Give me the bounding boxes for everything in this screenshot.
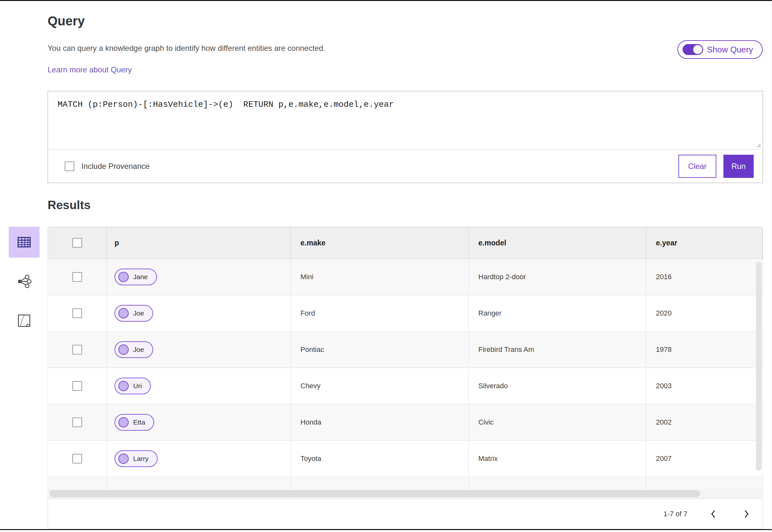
link-chart-view-button[interactable] [9,266,40,297]
table-footer: 1-7 of 7 [48,499,763,529]
cell-year: 2002 [646,404,763,440]
include-provenance-checkbox[interactable] [65,161,74,171]
entity-pill[interactable]: Etta [115,414,154,431]
entity-name: Joe [133,309,144,317]
horizontal-scrollbar-thumb[interactable] [50,490,700,497]
row-checkbox[interactable] [72,454,82,463]
show-query-label: Show Query [707,45,753,55]
cell-year: 1978 [646,332,763,368]
map-view-button[interactable] [9,305,40,336]
row-checkbox[interactable] [72,345,82,354]
chevron-right-icon [744,510,749,518]
results-section: p e.make e.model e.year Jane [48,227,763,529]
cell-make: Mini [291,259,469,295]
cell-model: Civic [469,404,646,440]
page-bottom-border [0,529,772,530]
cell-make: Pontiac [291,332,469,368]
column-header-e-year[interactable]: e.year [646,227,763,259]
cell-year: 2003 [646,368,763,404]
entity-pill[interactable]: Larry [115,450,158,467]
query-text[interactable]: MATCH (p:Person)-[:HasVehicle]->(e) RETU… [48,91,763,118]
entity-pill[interactable]: Joe [115,305,153,322]
clear-button[interactable]: Clear [678,155,716,178]
query-actions: Clear Run [678,155,754,178]
link-chart-icon [17,274,32,289]
entity-node-icon [118,417,129,427]
cell-make: Chevy [291,368,469,404]
pagination-range-label: 1-7 of 7 [663,510,687,518]
include-provenance-label: Include Provenance [81,162,150,171]
include-provenance-option[interactable]: Include Provenance [65,161,150,171]
resize-grip-icon[interactable] [756,142,761,148]
query-editor[interactable]: MATCH (p:Person)-[:HasVehicle]->(e) RETU… [48,91,763,149]
cell-make: Honda [291,404,469,440]
entity-pill[interactable]: Joe [115,341,153,358]
page-description: You can query a knowledge graph to ident… [48,44,763,52]
column-header-p[interactable]: p [107,227,291,259]
row-checkbox[interactable] [72,381,82,391]
horizontal-scrollbar[interactable] [48,489,763,499]
entity-pill[interactable]: Uri [115,378,151,394]
query-footer: Include Provenance Clear Run [48,149,763,183]
vertical-scrollbar[interactable] [756,261,762,471]
results-view-rail [9,227,40,336]
cell-model: Matrix [469,441,646,477]
row-checkbox[interactable] [72,308,82,318]
entity-name: Etta [133,418,145,426]
map-icon [17,313,32,328]
cell-make: Ford [291,295,469,331]
entity-name: Joe [133,346,144,353]
page-content: Query You can query a knowledge graph to… [0,14,772,529]
table-row[interactable]: Jane Mini Hardtop 2-door 2016 [48,259,763,295]
cell-model: Hardtop 2-door [469,259,646,295]
entity-node-icon [118,308,129,318]
row-checkbox[interactable] [72,272,82,282]
cell-model: Silverado [469,368,646,404]
column-header-e-make[interactable]: e.make [291,227,469,259]
cell-year: 2016 [646,259,763,295]
results-title: Results [48,199,763,211]
column-header-e-model[interactable]: e.model [469,227,646,259]
table-row[interactable]: Joe Ford Ranger 2020 [48,295,763,332]
entity-name: Uri [133,382,142,390]
table-icon [17,235,32,250]
toggle-switch-icon[interactable] [683,44,703,55]
next-page-button[interactable] [744,510,749,518]
results-table: p e.make e.model e.year Jane [48,227,763,529]
entity-node-icon [118,381,129,391]
chevron-left-icon [711,510,716,518]
entity-node-icon [118,344,129,355]
header-checkbox-cell [48,227,107,259]
run-button[interactable]: Run [723,155,754,178]
entity-name: Jane [133,273,148,281]
table-view-button[interactable] [9,227,40,258]
table-row[interactable]: Joe Pontiac Firebird Trans Am 1978 [48,332,763,368]
intro-row: You can query a knowledge graph to ident… [48,44,763,74]
previous-page-button[interactable] [711,510,716,518]
show-query-toggle[interactable]: Show Query [677,40,763,59]
table-row[interactable]: Uri Chevy Silverado 2003 [48,368,763,404]
cell-make: Toyota [291,441,469,477]
cell-year: 2020 [646,295,763,331]
toggle-knob [693,45,702,54]
entity-name: Larry [133,455,149,463]
entity-node-icon [118,454,129,464]
table-row[interactable]: Larry Toyota Matrix 2007 [48,441,763,477]
select-all-checkbox[interactable] [72,238,82,248]
table-header-row: p e.make e.model e.year [48,227,763,259]
table-body: Jane Mini Hardtop 2-door 2016 Joe [48,259,763,499]
query-panel: MATCH (p:Person)-[:HasVehicle]->(e) RETU… [48,91,763,183]
page-title: Query [48,14,763,27]
learn-more-link[interactable]: Learn more about Query [48,65,132,74]
entity-node-icon [118,272,129,282]
row-checkbox[interactable] [72,417,82,427]
cell-year: 2007 [646,441,763,477]
entity-pill[interactable]: Jane [115,269,157,285]
table-row[interactable]: Etta Honda Civic 2002 [48,404,763,441]
cell-model: Ranger [469,295,646,331]
query-page: Query You can query a knowledge graph to… [0,0,772,532]
cell-model: Firebird Trans Am [469,332,646,368]
